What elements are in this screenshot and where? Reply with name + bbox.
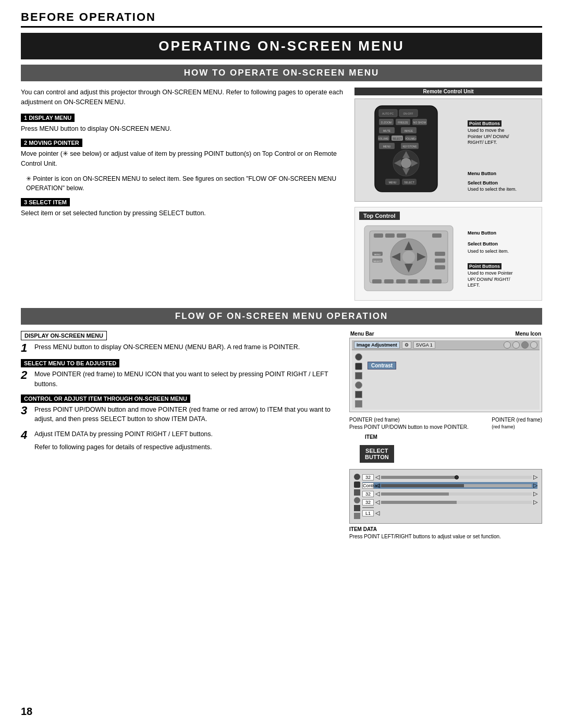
step1-text: Press MENU button to display ON-SCREEN M… (34, 342, 339, 352)
flow-section-title: Flow of On-Screen Menu Operation (21, 311, 542, 322)
step1-num: 1 (21, 342, 30, 354)
item-data-annotations: ITEM DATA Press POINT LEFT/RIGHT buttons… (349, 526, 542, 540)
step4-section: 4 Adjust ITEM DATA by pressing POINT RIG… (21, 429, 339, 452)
remote-svg: AUTO PC ON-OFF D.ZOOM FREEZE NO SHOW MUT… (359, 103, 463, 197)
svg-rect-57 (408, 279, 418, 283)
pointer-annotation: POINTER (red frame) Press POINT UP/DOWN … (349, 416, 486, 431)
menu-bar-icon1: ⚙ (402, 341, 411, 349)
data-bar-dot-1 (455, 475, 459, 479)
section1-header: How to Operate On-Screen Menu (21, 65, 542, 81)
data-row-2-highlighted: Contrast ◁ ▷ (362, 482, 537, 489)
svg-text:VOLUME-: VOLUME- (378, 138, 389, 140)
pointer-label2: POINTER (red frame) (492, 416, 542, 424)
menu-select-annotation: Menu Button Select Button Used to select… (468, 171, 520, 192)
point-buttons-desc2: Used to move Pointer UP/ DOWN/ RIGHT/ LE… (468, 270, 515, 289)
bottom-icon-2 (354, 482, 360, 488)
bottom-icon-1 (354, 474, 360, 480)
contrast-highlighted: Contrast (368, 362, 396, 369)
svg-text:SELECT: SELECT (404, 181, 414, 184)
select-item-section: 3 Select Item Select item or set selecte… (21, 198, 344, 218)
menu-icon-3 (521, 341, 529, 349)
page-header: Before Operation (21, 10, 542, 28)
select-button-remote-label: Select Button (468, 180, 520, 186)
data-val-5 (362, 507, 374, 508)
svg-rect-55 (384, 279, 394, 283)
flow-section: Flow of On-Screen Menu Operation Display… (21, 308, 542, 540)
point-buttons-label1: Point Buttons (468, 120, 501, 127)
data-val-3: 32 (362, 491, 374, 497)
data-arrow-1r: ▷ (533, 474, 537, 480)
top-control-menu-btn: Menu Button (468, 228, 515, 236)
data-row-4: 32 ◁ ▷ (362, 499, 537, 505)
svg-rect-58 (420, 279, 430, 283)
top-control-container: Top Control (354, 207, 542, 301)
data-row-5 (362, 507, 537, 508)
top-control-select-btn: Select Button Used to select item. (468, 241, 515, 254)
data-arrow-6: ◁ (375, 510, 380, 516)
step4-content: Adjust ITEM DATA by pressing POINT RIGHT… (34, 429, 339, 452)
data-bar-fill-4 (381, 501, 457, 504)
point-buttons-annotation: Point Buttons Used to move the Pointer U… (468, 119, 520, 146)
moving-pointer-text: Move pointer (✳ see below) or adjust val… (21, 149, 344, 169)
item-label: ITEM (349, 434, 542, 440)
contrast-label-area: Contrast (368, 352, 396, 408)
bottom-icons-col (354, 474, 360, 519)
data-bar-3 (381, 492, 532, 496)
step3-item: 3 Press POINT UP/DOWN button and move PO… (21, 405, 339, 425)
svg-point-30 (401, 158, 411, 168)
svg-rect-52 (435, 258, 445, 263)
svg-rect-47 (374, 233, 383, 238)
pointer-note: ✳ Pointer is icon on ON-SCREEN MENU to s… (21, 174, 344, 193)
step4-text1: Adjust ITEM DATA by pressing POINT RIGHT… (34, 429, 339, 439)
page-number: 18 (21, 706, 32, 718)
data-row-1: 32 ◁ ▷ (362, 474, 537, 480)
svg-text:ON-OFF: ON-OFF (403, 112, 413, 115)
remote-title: Remote Control Unit (354, 88, 542, 95)
svg-rect-49 (397, 233, 406, 238)
top-screen-annotations: POINTER (red frame) Press POINT UP/DOWN … (349, 416, 542, 431)
item-data-label: ITEM DATA (349, 526, 377, 532)
icon-brightness (355, 353, 362, 361)
svg-text:FREEZE: FREEZE (398, 121, 408, 124)
svg-rect-50 (432, 233, 442, 238)
menu-bar-item-svga: SVGA 1 (413, 341, 435, 349)
svg-point-42 (402, 251, 415, 263)
main-title-bar: Operating On-Screen Menu (21, 33, 542, 59)
select-button-remote-desc: Used to select the item. (468, 187, 520, 192)
select-button-top-desc: Used to select item. (468, 249, 509, 254)
menu-button-top-label: Menu Button (468, 230, 496, 236)
data-arrow-3r: ▷ (533, 490, 537, 497)
step1-section: Display ON-SCREEN MENU 1 Press MENU butt… (21, 331, 339, 354)
step4-item: 4 Adjust ITEM DATA by pressing POINT RIG… (21, 429, 339, 452)
data-val-contrast: Contrast (362, 483, 374, 489)
svg-text:SELECT: SELECT (393, 138, 402, 140)
top-control-svg: MENU SELECT (359, 223, 463, 296)
data-row-6: L1 ◁ (362, 510, 537, 516)
main-title: Operating On-Screen Menu (21, 38, 542, 54)
svg-text:MUTE: MUTE (383, 129, 391, 132)
item-icons-col (355, 352, 362, 408)
icon-sharpness (355, 391, 362, 398)
data-arrow-3: ◁ (375, 490, 380, 497)
step1-label: Display ON-SCREEN MENU (21, 331, 107, 340)
svg-text:SELECT: SELECT (373, 260, 382, 263)
section1-right-col: Remote Control Unit AUTO PC ON-OFF D.ZOO… (354, 88, 542, 301)
data-bar-1 (381, 476, 532, 479)
svg-text:NO SHOW: NO SHOW (413, 121, 426, 124)
step3-text: Press POINT UP/DOWN button and move POIN… (34, 405, 339, 425)
data-arrow-2r: ▷ (533, 482, 537, 489)
data-arrow-2: ◁ (375, 482, 380, 489)
menu-icon-1 (504, 341, 511, 349)
pointer-annotation2: POINTER (red frame) (red frame) (492, 416, 542, 431)
step1-item: 1 Press MENU button to display ON-SCREEN… (21, 342, 339, 354)
icon-color (355, 372, 362, 379)
icon-tint (355, 381, 362, 389)
data-arrow-4r: ▷ (533, 499, 537, 505)
top-control-title: Top Control (359, 212, 400, 220)
remote-control-container: Remote Control Unit AUTO PC ON-OFF D.ZOO… (354, 88, 542, 202)
svg-rect-51 (435, 252, 445, 256)
menu-button-remote-label: Menu Button (468, 171, 520, 176)
moving-pointer-section: 2 Moving Pointer Move pointer (✳ see bel… (21, 139, 344, 169)
svg-text:MENU: MENU (374, 253, 381, 256)
section1-title: How to Operate On-Screen Menu (21, 68, 542, 78)
